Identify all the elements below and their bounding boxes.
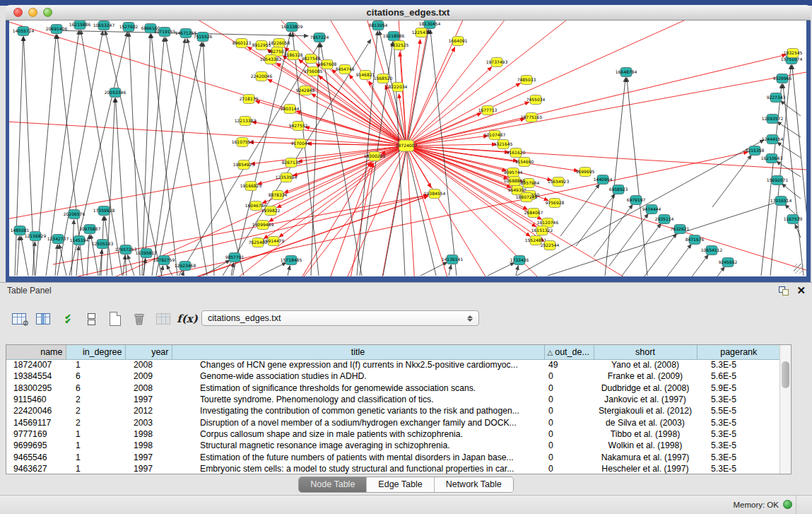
- float-panel-icon[interactable]: [779, 286, 789, 296]
- tab-edge-table[interactable]: Edge Table: [366, 477, 433, 492]
- column-header-short[interactable]: short: [594, 345, 697, 359]
- graph-node[interactable]: 16210643: [761, 154, 783, 163]
- graph-node[interactable]: 8454749: [336, 65, 355, 74]
- graph-node[interactable]: 12353594: [276, 173, 298, 182]
- table-row[interactable]: 911546021997Tourette syndrome. Phenomeno…: [6, 394, 780, 405]
- table-row[interactable]: 1456911722003Disruption of a novel membe…: [6, 416, 780, 428]
- graph-node[interactable]: 10719155: [154, 28, 176, 37]
- graph-node[interactable]: 8813054: [369, 21, 388, 30]
- canvas-resize-grip[interactable]: [794, 264, 804, 274]
- tab-node-table[interactable]: Node Table: [299, 477, 366, 492]
- table-row[interactable]: 1872400712008Changes of HCN gene express…: [6, 359, 780, 370]
- graph-node[interactable]: 12156829: [25, 232, 47, 241]
- graph-node[interactable]: 1568520: [374, 74, 393, 83]
- citation-network-graph[interactable]: 1405572420691406162158861065324715276026…: [9, 21, 806, 276]
- graph-node[interactable]: 2935114: [655, 215, 674, 224]
- graph-node[interactable]: 15718485: [281, 256, 302, 265]
- column-header-name[interactable]: name: [6, 345, 66, 359]
- graph-node[interactable]: 14099489: [252, 221, 274, 230]
- graph-node[interactable]: 9756085: [304, 67, 323, 76]
- graph-node[interactable]: 9245652: [719, 258, 738, 267]
- graph-node[interactable]: 8215358: [746, 146, 765, 156]
- graph-node[interactable]: 20053346: [105, 88, 126, 98]
- graph-node[interactable]: 10654112: [701, 246, 723, 255]
- graph-node[interactable]: 7485033: [517, 76, 536, 85]
- graph-node[interactable]: 1939822: [261, 206, 281, 216]
- network-canvas[interactable]: 1405572420691406162158861065324715276026…: [6, 21, 811, 276]
- graph-node[interactable]: 14055724: [13, 27, 35, 36]
- graph-node[interactable]: 8960123: [233, 39, 252, 48]
- graph-node[interactable]: 8222034: [389, 83, 408, 92]
- graph-node[interactable]: 7515526: [194, 33, 213, 42]
- graph-node[interactable]: 1225439: [412, 28, 431, 37]
- graph-node[interactable]: 1832525: [390, 41, 409, 50]
- graph-node[interactable]: 16151322: [531, 226, 553, 235]
- graph-node[interactable]: 9227343: [767, 93, 786, 103]
- graph-node[interactable]: 22420046: [251, 72, 273, 81]
- graph-node[interactable]: 19384554: [424, 189, 446, 199]
- delete-column-icon[interactable]: [130, 308, 148, 329]
- graph-node[interactable]: 2684067: [524, 209, 543, 218]
- graph-node[interactable]: 18130454: [419, 21, 441, 29]
- graph-node[interactable]: 18724007: [396, 140, 418, 151]
- graph-node[interactable]: 7857224: [310, 33, 329, 42]
- table-row[interactable]: 969969511998Structural magnetic resonanc…: [6, 440, 780, 451]
- graph-node[interactable]: 1664091: [449, 37, 468, 46]
- graph-node[interactable]: 16107553: [232, 138, 254, 147]
- column-header-out_degree[interactable]: △out_de...: [544, 345, 594, 359]
- scrollbar-thumb[interactable]: [782, 361, 789, 388]
- table-row[interactable]: 2242004622012Investigating the contribut…: [6, 405, 780, 416]
- graph-node[interactable]: 15654923: [548, 177, 570, 187]
- graph-node[interactable]: 14136141: [442, 255, 464, 264]
- graph-node[interactable]: 18775165: [521, 113, 543, 122]
- table-row[interactable]: 946554611997Estimation of the future num…: [6, 451, 780, 462]
- graph-node[interactable]: 10543382: [260, 55, 282, 64]
- graph-node[interactable]: 16782759: [153, 256, 175, 265]
- graph-node[interactable]: 7455034: [526, 95, 546, 105]
- function-builder-icon[interactable]: f(x): [178, 308, 196, 329]
- graph-node[interactable]: 9170044: [291, 139, 310, 148]
- graph-node[interactable]: 12093572: [762, 115, 784, 124]
- column-visibility-icon[interactable]: [34, 308, 52, 329]
- graph-node[interactable]: 1527602: [119, 23, 139, 32]
- graph-node[interactable]: 1440954: [594, 175, 613, 185]
- graph-node[interactable]: 1167533: [784, 215, 803, 224]
- tab-network-table[interactable]: Network Table: [434, 477, 513, 492]
- graph-node[interactable]: 9161620: [507, 148, 526, 158]
- graph-node[interactable]: 7632621: [671, 225, 690, 234]
- graph-node[interactable]: 2718170: [240, 95, 259, 104]
- graph-node[interactable]: 9242848: [296, 86, 315, 95]
- row-checklist-icon[interactable]: ✔✔: [58, 308, 76, 329]
- table-row[interactable]: 1830029562008Estimation of significance …: [6, 382, 780, 394]
- graph-node[interactable]: 19218586: [383, 32, 405, 41]
- graph-node[interactable]: 19854925: [233, 160, 255, 170]
- graph-node[interactable]: 9427552: [289, 122, 308, 131]
- graph-node[interactable]: 6979197: [627, 196, 646, 205]
- graph-node[interactable]: 16648784: [616, 68, 637, 77]
- graph-node[interactable]: 9146821: [356, 71, 375, 80]
- graph-node[interactable]: 9699695: [576, 168, 595, 177]
- table-selector-dropdown[interactable]: citations_edges.txt: [201, 310, 479, 326]
- graph-node[interactable]: 10107487: [484, 131, 506, 140]
- graph-node[interactable]: 9095744: [504, 168, 523, 177]
- graph-node[interactable]: 1321645: [494, 140, 513, 149]
- table-row[interactable]: 977716911998Corpus callosum shape and si…: [6, 428, 780, 440]
- graph-node[interactable]: 8471676: [686, 235, 705, 245]
- graph-node[interactable]: 12444154: [762, 135, 784, 144]
- table-row[interactable]: 1938455462009Genome-wide association stu…: [6, 370, 780, 382]
- graph-node[interactable]: 19166825: [240, 182, 262, 191]
- graph-node[interactable]: 20206576: [64, 210, 86, 219]
- graph-node[interactable]: 9857791: [225, 253, 245, 262]
- table-row[interactable]: 946362711997Embryonic stem cells: a mode…: [6, 463, 780, 474]
- graph-node[interactable]: 2522544: [541, 241, 560, 250]
- graph-node[interactable]: 1677713: [478, 106, 498, 115]
- graph-node[interactable]: 19737493: [486, 58, 508, 67]
- graph-node[interactable]: 6958923: [609, 185, 628, 194]
- graph-node[interactable]: 10653247: [93, 21, 115, 30]
- window-titlebar[interactable]: citations_edges.txt: [6, 5, 811, 21]
- graph-node[interactable]: 9756928: [546, 199, 565, 208]
- graph-node[interactable]: 15692071: [767, 176, 789, 185]
- graph-node[interactable]: 9474444: [642, 205, 661, 214]
- graph-node[interactable]: 20691406: [46, 25, 68, 34]
- new-column-icon[interactable]: [106, 308, 124, 329]
